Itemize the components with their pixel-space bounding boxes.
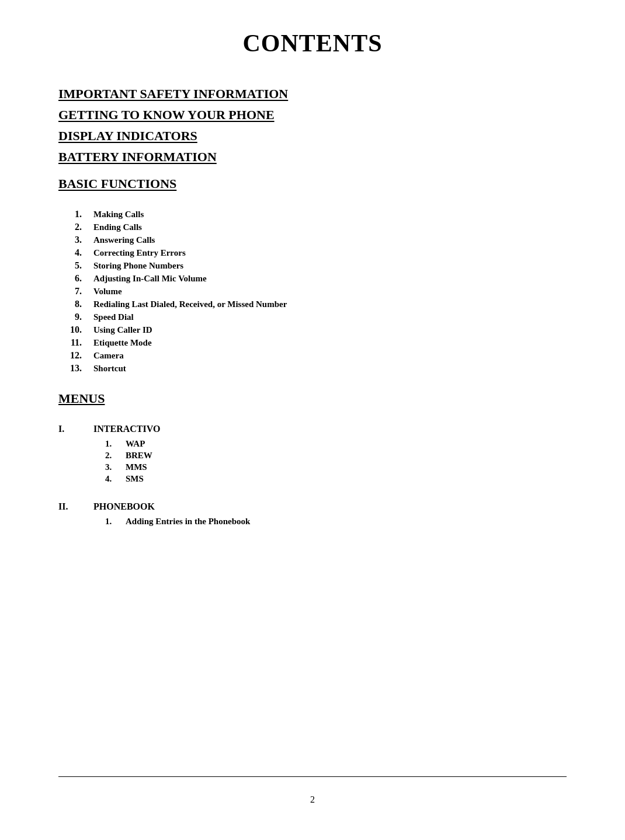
list-item: 2. BREW bbox=[105, 451, 567, 461]
list-item-text: Etiquette Mode bbox=[93, 338, 152, 348]
list-item-num: 11. bbox=[58, 337, 93, 348]
list-item: 9. Speed Dial bbox=[58, 312, 567, 322]
menus-heading: MENUS bbox=[58, 391, 567, 406]
sub-item-text: WAP bbox=[126, 439, 145, 449]
sub-item-text: BREW bbox=[126, 451, 152, 461]
list-item: 1. Adding Entries in the Phonebook bbox=[105, 517, 567, 527]
roman-numeral: I. bbox=[58, 424, 93, 434]
list-item: 11. Etiquette Mode bbox=[58, 337, 567, 348]
menu-group-interactivo: I. INTERACTIVO 1. WAP 2. BREW 3. MMS 4. … bbox=[58, 424, 567, 484]
list-item: 3. Answering Calls bbox=[58, 235, 567, 245]
list-item-text: Redialing Last Dialed, Received, or Miss… bbox=[93, 299, 287, 309]
list-item-num: 5. bbox=[58, 260, 93, 271]
page-number: 2 bbox=[310, 794, 315, 804]
section-heading-getting-to-know: GETTING TO KNOW YOUR PHONE bbox=[58, 107, 567, 123]
list-item: 8. Redialing Last Dialed, Received, or M… bbox=[58, 299, 567, 309]
list-item: 1. WAP bbox=[105, 439, 567, 449]
list-item: 2. Ending Calls bbox=[58, 222, 567, 232]
section-heading-battery-information: BATTERY INFORMATION bbox=[58, 149, 567, 165]
list-item-num: 1. bbox=[58, 209, 93, 219]
list-item-num: 2. bbox=[58, 222, 93, 232]
list-item-text: Making Calls bbox=[93, 210, 144, 219]
list-item-text: Camera bbox=[93, 351, 124, 361]
sub-item-text: MMS bbox=[126, 462, 147, 472]
interactivo-sub-list: 1. WAP 2. BREW 3. MMS 4. SMS bbox=[105, 439, 567, 484]
sub-item-num: 4. bbox=[105, 474, 126, 484]
list-item-text: Storing Phone Numbers bbox=[93, 261, 183, 271]
sub-item-num: 2. bbox=[105, 451, 126, 461]
section-getting-to-know: GETTING TO KNOW YOUR PHONE bbox=[58, 107, 567, 123]
list-item-num: 12. bbox=[58, 350, 93, 361]
section-heading-important-safety: IMPORTANT SAFETY INFORMATION bbox=[58, 86, 567, 102]
page-title: CONTENTS bbox=[58, 29, 567, 57]
list-item-text: Correcting Entry Errors bbox=[93, 248, 186, 258]
page-footer: 2 bbox=[58, 776, 567, 805]
list-item-text: Ending Calls bbox=[93, 222, 142, 232]
list-item: 1. Making Calls bbox=[58, 209, 567, 219]
list-item-num: 4. bbox=[58, 248, 93, 258]
list-item-num: 13. bbox=[58, 363, 93, 374]
list-item: 4. SMS bbox=[105, 474, 567, 484]
list-item-num: 3. bbox=[58, 235, 93, 245]
section-heading-basic-functions: BASIC FUNCTIONS bbox=[58, 176, 567, 191]
list-item-text: Answering Calls bbox=[93, 235, 155, 245]
basic-functions-list: 1. Making Calls 2. Ending Calls 3. Answe… bbox=[58, 209, 567, 374]
list-item-text: Using Caller ID bbox=[93, 325, 152, 335]
sub-item-text: SMS bbox=[126, 474, 144, 484]
list-item: 5. Storing Phone Numbers bbox=[58, 260, 567, 271]
section-battery-information: BATTERY INFORMATION bbox=[58, 149, 567, 165]
list-item-text: Shortcut bbox=[93, 364, 126, 374]
phonebook-sub-list: 1. Adding Entries in the Phonebook bbox=[105, 517, 567, 527]
sub-item-num: 3. bbox=[105, 462, 126, 472]
list-item-num: 6. bbox=[58, 273, 93, 284]
list-item-text: Speed Dial bbox=[93, 312, 134, 322]
list-item: 12. Camera bbox=[58, 350, 567, 361]
menus-section: MENUS I. INTERACTIVO 1. WAP 2. BREW 3. M… bbox=[58, 391, 567, 544]
menu-group-title: INTERACTIVO bbox=[93, 424, 160, 434]
sub-item-text: Adding Entries in the Phonebook bbox=[126, 517, 250, 527]
list-item-num: 8. bbox=[58, 299, 93, 309]
menu-group-header: I. INTERACTIVO bbox=[58, 424, 567, 434]
sub-item-num: 1. bbox=[105, 439, 126, 449]
menu-group-header: II. PHONEBOOK bbox=[58, 501, 567, 512]
basic-functions-section: BASIC FUNCTIONS 1. Making Calls 2. Endin… bbox=[58, 176, 567, 385]
sub-item-num: 1. bbox=[105, 517, 126, 527]
list-item-text: Volume bbox=[93, 287, 122, 297]
roman-numeral: II. bbox=[58, 501, 93, 512]
list-item: 7. Volume bbox=[58, 286, 567, 297]
list-item-num: 10. bbox=[58, 325, 93, 335]
section-display-indicators: DISPLAY INDICATORS bbox=[58, 128, 567, 144]
section-important-safety: IMPORTANT SAFETY INFORMATION bbox=[58, 86, 567, 102]
section-heading-display-indicators: DISPLAY INDICATORS bbox=[58, 128, 567, 144]
list-item-text: Adjusting In-Call Mic Volume bbox=[93, 274, 207, 284]
list-item: 3. MMS bbox=[105, 462, 567, 472]
menu-group-phonebook: II. PHONEBOOK 1. Adding Entries in the P… bbox=[58, 501, 567, 527]
list-item: 6. Adjusting In-Call Mic Volume bbox=[58, 273, 567, 284]
menu-group-title: PHONEBOOK bbox=[93, 501, 155, 512]
list-item: 10. Using Caller ID bbox=[58, 325, 567, 335]
list-item: 13. Shortcut bbox=[58, 363, 567, 374]
list-item-num: 9. bbox=[58, 312, 93, 322]
list-item-num: 7. bbox=[58, 286, 93, 297]
list-item: 4. Correcting Entry Errors bbox=[58, 248, 567, 258]
